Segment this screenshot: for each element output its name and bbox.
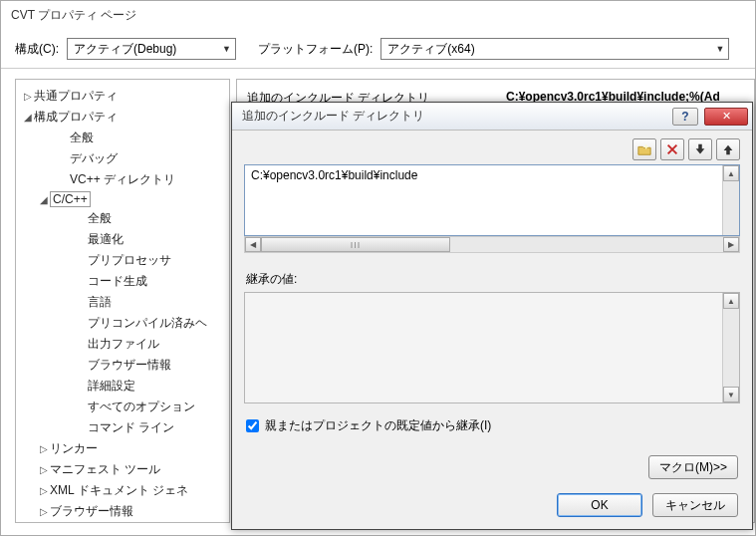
tree-node[interactable]: ▷XML ドキュメント ジェネ [18, 480, 227, 501]
arrow-down-icon [693, 142, 707, 156]
tree-node-label: プリコンパイル済みヘ [88, 316, 207, 330]
thumb-grip: III [351, 240, 362, 250]
macro-button[interactable]: マクロ(M)>> [648, 455, 738, 479]
config-label: 構成(C): [15, 41, 59, 58]
tree-node-label: VC++ ディレクトリ [70, 172, 175, 186]
configuration-bar: 構成(C): アクティブ(Debug) ▼ プラットフォーム(P): アクティブ… [1, 30, 755, 69]
tree-node-label: 詳細設定 [88, 379, 135, 393]
platform-value: アクティブ(x64) [387, 41, 474, 58]
arrow-up-icon [721, 142, 735, 156]
dialog-title: 追加のインクルード ディレクトリ [242, 108, 672, 125]
tree-node-label: 構成プロパティ [34, 110, 118, 124]
tree-node-label: 言語 [88, 295, 112, 309]
scroll-left-button[interactable]: ◀ [245, 237, 261, 252]
tree-node-label: 出力ファイル [88, 337, 159, 351]
delete-button[interactable] [660, 138, 684, 160]
tree-node-label: C/C++ [50, 191, 91, 207]
inherited-label: 継承の値: [246, 271, 738, 288]
horizontal-scrollbar[interactable]: ◀ III ▶ [244, 236, 740, 253]
list-item[interactable]: C:¥opencv3.0rc1¥build¥include [245, 165, 739, 186]
tree-expander-icon[interactable]: ◢ [38, 194, 50, 205]
tree-node-label: 全般 [88, 211, 112, 225]
dialog-button-row: OK キャンセル [557, 493, 738, 517]
tree-node[interactable]: ▷マニフェスト ツール [18, 459, 227, 480]
tree-node[interactable]: コマンド ライン [18, 417, 227, 438]
platform-label: プラットフォーム(P): [258, 41, 373, 58]
inherit-checkbox-row: 親またはプロジェクトの既定値から継承(I) [246, 417, 738, 434]
tree-node[interactable]: プリプロセッサ [18, 250, 227, 271]
tree-node[interactable]: ▷ブラウザー情報 [18, 501, 227, 522]
platform-dropdown[interactable]: アクティブ(x64) ▼ [380, 38, 729, 60]
tree-node[interactable]: 言語 [18, 292, 227, 313]
inherit-checkbox-label[interactable]: 親またはプロジェクトの既定値から継承(I) [265, 417, 491, 434]
move-down-button[interactable] [688, 138, 712, 160]
tree-node[interactable]: 全般 [18, 208, 227, 229]
tree-node-label: ブラウザー情報 [88, 358, 171, 372]
help-button[interactable]: ? [672, 108, 698, 126]
tree-node-label: 共通プロパティ [34, 89, 118, 103]
dialog-toolbar [232, 131, 752, 164]
chevron-down-icon: ▼ [715, 44, 724, 54]
config-dropdown[interactable]: アクティブ(Debug) ▼ [67, 38, 236, 60]
tree-node[interactable]: ▷共通プロパティ [18, 86, 227, 107]
scroll-up-button[interactable]: ▲ [723, 293, 739, 309]
tree-node[interactable]: コード生成 [18, 271, 227, 292]
tree-node-label: リンカー [50, 441, 98, 455]
tree-node-label: マニフェスト ツール [50, 462, 160, 476]
scroll-track[interactable]: III [261, 237, 723, 252]
chevron-down-icon: ▼ [222, 44, 231, 54]
cancel-button[interactable]: キャンセル [652, 493, 738, 517]
move-up-button[interactable] [716, 138, 740, 160]
tree-expander-icon[interactable]: ▷ [22, 91, 34, 102]
tree-node-label: デバッグ [70, 151, 118, 165]
tree-node-label: プリプロセッサ [88, 253, 171, 267]
navigation-tree[interactable]: ▷共通プロパティ◢構成プロパティ全般デバッグVC++ ディレクトリ◢C/C++全… [15, 79, 230, 523]
tree-expander-icon[interactable]: ◢ [22, 112, 34, 123]
tree-node[interactable]: 最適化 [18, 229, 227, 250]
scroll-right-button[interactable]: ▶ [723, 237, 739, 252]
close-button[interactable]: ✕ [704, 108, 748, 126]
scroll-down-button[interactable]: ▼ [723, 387, 739, 402]
tree-node-label: XML ドキュメント ジェネ [50, 483, 188, 497]
tree-node[interactable]: プリコンパイル済みヘ [18, 313, 227, 334]
scroll-up-button[interactable]: ▲ [723, 165, 739, 181]
tree-node[interactable]: 全般 [18, 128, 227, 148]
tree-node[interactable]: ▷リンカー [18, 438, 227, 459]
tree-node-label: 全般 [70, 131, 94, 144]
tree-node-label: コマンド ライン [88, 420, 174, 434]
tree-node-label: 最適化 [88, 232, 124, 246]
tree-expander-icon[interactable]: ▷ [38, 506, 50, 517]
tree-expander-icon[interactable]: ▷ [38, 443, 50, 454]
include-directories-dialog: 追加のインクルード ディレクトリ ? ✕ C:¥opencv3.0rc1¥bui… [231, 102, 753, 530]
tree-node[interactable]: 詳細設定 [18, 376, 227, 397]
x-icon [665, 142, 679, 156]
ok-button[interactable]: OK [557, 493, 642, 517]
config-value: アクティブ(Debug) [74, 41, 176, 58]
directory-listbox[interactable]: C:¥opencv3.0rc1¥build¥include ▲ [244, 164, 740, 236]
tree-node[interactable]: ◢構成プロパティ [18, 107, 227, 128]
tree-node-label: すべてのオプション [88, 400, 195, 413]
tree-expander-icon[interactable]: ▷ [38, 485, 50, 496]
tree-node[interactable]: ◢C/C++ [18, 190, 227, 208]
tree-node[interactable]: ▷ビルド イベント [18, 522, 227, 523]
inherited-listbox[interactable]: ▲ ▼ [244, 292, 740, 403]
new-folder-button[interactable] [632, 138, 656, 160]
scroll-thumb[interactable]: III [261, 237, 450, 252]
tree-node-label: コード生成 [88, 274, 147, 288]
dialog-titlebar: 追加のインクルード ディレクトリ ? ✕ [232, 103, 752, 131]
vertical-scrollbar[interactable]: ▲ ▼ [722, 293, 739, 402]
tree-node[interactable]: すべてのオプション [18, 397, 227, 417]
vertical-scrollbar[interactable]: ▲ [722, 165, 739, 235]
tree-node-label: ブラウザー情報 [50, 504, 133, 518]
tree-expander-icon[interactable]: ▷ [38, 464, 50, 475]
tree-node[interactable]: デバッグ [18, 148, 227, 169]
tree-node[interactable]: ブラウザー情報 [18, 355, 227, 376]
tree-node[interactable]: VC++ ディレクトリ [18, 169, 227, 190]
folder-sparkle-icon [637, 142, 651, 156]
window-title: CVT プロパティ ページ [1, 1, 755, 30]
tree-node[interactable]: 出力ファイル [18, 334, 227, 355]
inherit-checkbox[interactable] [246, 419, 259, 432]
